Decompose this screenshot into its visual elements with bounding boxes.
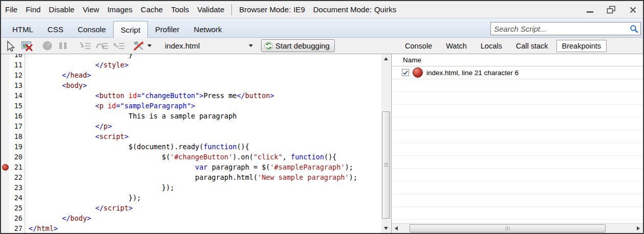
menu-cache[interactable]: Cache xyxy=(137,5,167,14)
code-text[interactable]: This is a sample paragraph xyxy=(25,111,237,121)
vertical-scroll-thumb[interactable] xyxy=(382,111,390,219)
clear-browser-cache-button[interactable] xyxy=(20,39,34,53)
code-line-19[interactable]: 19 $(document).ready(function(){ xyxy=(1,142,381,152)
search-input[interactable] xyxy=(491,23,627,34)
breakpoint-cell-27[interactable] xyxy=(1,223,9,233)
menu-file[interactable]: File xyxy=(1,5,22,14)
panel-tab-call-stack[interactable]: Call stack xyxy=(510,40,554,52)
panel-tab-breakpoints[interactable]: Breakpoints xyxy=(556,40,607,52)
code-line-10[interactable]: 10 } xyxy=(1,54,381,60)
code-text[interactable]: <script> xyxy=(25,131,128,142)
tab-network[interactable]: Network xyxy=(187,21,229,37)
code-line-26[interactable]: 26 </body> xyxy=(1,213,381,223)
code-text[interactable]: <body> xyxy=(25,80,87,90)
code-text[interactable]: $('#changeButton').on("click", function(… xyxy=(25,152,337,162)
editor-vertical-scrollbar[interactable] xyxy=(381,54,391,233)
breakpoint-cell-14[interactable] xyxy=(1,90,9,101)
code-text[interactable]: <p id="sampleParagraph"> xyxy=(25,101,195,111)
document-mode[interactable]: Document Mode: Quirks xyxy=(309,5,401,14)
code-text[interactable]: </style> xyxy=(25,60,128,70)
scroll-right-button[interactable] xyxy=(634,224,643,233)
tab-console[interactable]: Console xyxy=(71,21,113,37)
name-column-header[interactable]: Name xyxy=(392,54,643,66)
breakpoint-cell-17[interactable] xyxy=(1,121,9,131)
code-line-21[interactable]: 21 var paragraph = $('#sampleParagraph')… xyxy=(1,162,381,172)
step-out-button[interactable] xyxy=(112,39,126,53)
menu-view[interactable]: View xyxy=(78,5,103,14)
scroll-up-button[interactable] xyxy=(381,54,391,63)
breakpoint-cell-16[interactable] xyxy=(1,111,9,121)
menu-validate[interactable]: Validate xyxy=(193,5,228,14)
code-text[interactable]: }); xyxy=(25,193,141,203)
code-line-12[interactable]: 12 </head> xyxy=(1,70,381,80)
pause-button[interactable] xyxy=(57,39,69,53)
code-line-20[interactable]: 20 $('#changeButton').on("click", functi… xyxy=(1,152,381,162)
debug-tools-dropdown[interactable] xyxy=(132,39,152,53)
code-text[interactable]: paragraph.html('New sample paragraph'); xyxy=(25,172,357,182)
code-line-23[interactable]: 23 }); xyxy=(1,182,381,193)
script-editor[interactable]: 10 }11 </style>12 </head>13 <body>14 <bu… xyxy=(1,54,381,233)
menu-images[interactable]: Images xyxy=(103,5,137,14)
breakpoint-dot-icon[interactable] xyxy=(2,164,9,171)
horizontal-scroll-thumb[interactable] xyxy=(410,224,606,232)
breakpoint-cell-20[interactable] xyxy=(1,152,9,162)
panel-tab-locals[interactable]: Locals xyxy=(475,40,508,52)
breakpoint-cell-26[interactable] xyxy=(1,213,9,223)
code-text[interactable]: }); xyxy=(25,182,174,193)
menu-find[interactable]: Find xyxy=(22,5,45,14)
panel-tab-watch[interactable]: Watch xyxy=(440,40,473,52)
tab-profiler[interactable]: Profiler xyxy=(148,21,187,37)
step-over-button[interactable] xyxy=(95,39,109,53)
breakpoint-cell-15[interactable] xyxy=(1,101,9,111)
menu-tools[interactable]: Tools xyxy=(167,5,193,14)
start-debugging-button[interactable]: Start debugging xyxy=(261,39,335,52)
breakpoint-cell-10[interactable] xyxy=(1,54,9,60)
step-into-button[interactable] xyxy=(78,39,92,53)
breakpoint-cell-23[interactable] xyxy=(1,182,9,193)
scroll-down-button[interactable] xyxy=(381,224,391,233)
code-line-18[interactable]: 18 <script> xyxy=(1,131,381,142)
breakpoint-cell-24[interactable] xyxy=(1,193,9,203)
code-text[interactable]: $(document).ready(function(){ xyxy=(25,142,249,152)
script-file-selector[interactable]: index.html xyxy=(163,40,255,52)
code-text[interactable]: </html> xyxy=(25,223,58,233)
code-text[interactable]: </p> xyxy=(25,121,112,131)
menu-disable[interactable]: Disable xyxy=(45,5,78,14)
close-button[interactable] xyxy=(628,5,638,14)
code-line-22[interactable]: 22 paragraph.html('New sample paragraph'… xyxy=(1,172,381,182)
code-line-17[interactable]: 17 </p> xyxy=(1,121,381,131)
select-element-button[interactable] xyxy=(3,39,16,53)
breakpoint-cell-13[interactable] xyxy=(1,80,9,90)
breakpoint-cell-19[interactable] xyxy=(1,142,9,152)
scroll-left-button[interactable] xyxy=(392,224,401,233)
browser-mode[interactable]: Browser Mode: IE9 xyxy=(235,5,309,14)
code-line-13[interactable]: 13 <body> xyxy=(1,80,381,90)
breakpoint-cell-12[interactable] xyxy=(1,70,9,80)
code-line-27[interactable]: 27</html> xyxy=(1,223,381,233)
breakpoint-cell-11[interactable] xyxy=(1,60,9,70)
code-text[interactable]: </head> xyxy=(25,70,91,80)
code-line-25[interactable]: 25 </script> xyxy=(1,203,381,213)
panel-tab-console[interactable]: Console xyxy=(399,40,438,52)
breakpoint-enabled-checkbox[interactable] xyxy=(402,69,409,76)
tab-script[interactable]: Script xyxy=(113,21,148,38)
tab-css[interactable]: CSS xyxy=(40,21,71,37)
breakpoint-cell-25[interactable] xyxy=(1,203,9,213)
breakpoint-cell-21[interactable] xyxy=(1,162,9,172)
code-line-15[interactable]: 15 <p id="sampleParagraph"> xyxy=(1,101,381,111)
restore-button[interactable] xyxy=(606,5,616,14)
code-text[interactable]: </body> xyxy=(25,213,91,223)
tab-html[interactable]: HTML xyxy=(5,21,40,37)
code-text[interactable]: </script> xyxy=(25,203,133,213)
minimize-button[interactable] xyxy=(585,5,595,14)
search-button[interactable] xyxy=(627,25,640,33)
breakpoint-cell-18[interactable] xyxy=(1,131,9,142)
panel-horizontal-scrollbar[interactable] xyxy=(392,223,643,233)
code-text[interactable]: } xyxy=(25,54,133,60)
code-line-14[interactable]: 14 <button id="changeButton">Press me</b… xyxy=(1,90,381,101)
code-text[interactable]: <button id="changeButton">Press me</butt… xyxy=(25,90,274,101)
code-text[interactable]: var paragraph = $('#sampleParagraph'); xyxy=(25,162,353,172)
continue-button[interactable] xyxy=(40,39,54,53)
code-line-24[interactable]: 24 }); xyxy=(1,193,381,203)
breakpoint-list-item[interactable]: index.html, line 21 character 6 xyxy=(392,66,643,79)
